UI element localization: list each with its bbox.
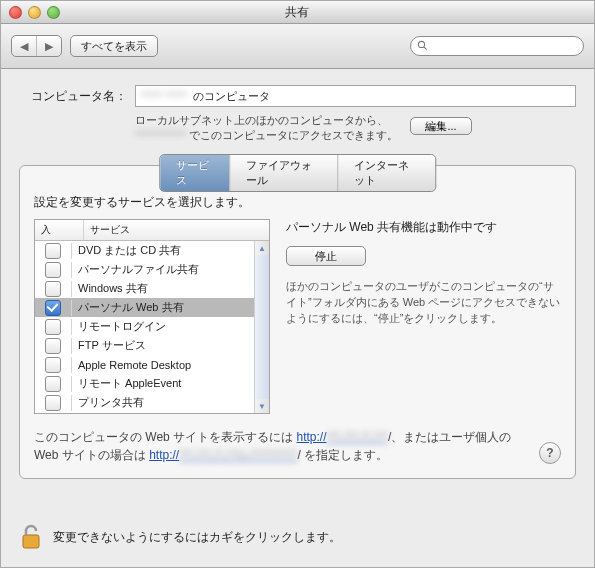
list-item[interactable]: FTP サービス xyxy=(35,336,269,355)
list-header: 入 サービス xyxy=(35,220,269,241)
scroll-up-icon[interactable]: ▲ xyxy=(255,241,269,255)
list-body: DVD または CD 共有パーソナルファイル共有Windows 共有パーソナル … xyxy=(35,241,269,413)
tab-services[interactable]: サービス xyxy=(160,155,230,191)
service-label: FTP サービス xyxy=(72,335,269,356)
list-item[interactable]: DVD または CD 共有 xyxy=(35,241,269,260)
computer-name-obscured: ***** ***** xyxy=(141,90,187,102)
lock-icon[interactable] xyxy=(19,522,43,553)
list-item[interactable]: パーソナル Web 共有 xyxy=(35,298,269,317)
service-status: パーソナル Web 共有機能は動作中です xyxy=(286,219,561,236)
list-item[interactable]: プリンタ共有 xyxy=(35,393,269,412)
service-label: プリンタ共有 xyxy=(72,392,269,413)
search-field[interactable] xyxy=(410,36,584,56)
svg-line-1 xyxy=(424,46,427,49)
search-icon xyxy=(417,40,428,53)
edit-button[interactable]: 編集... xyxy=(410,117,471,135)
computer-name-subrow: ローカルサブネット上のほかのコンピュータから、 ************ でこの… xyxy=(19,113,576,143)
svg-point-0 xyxy=(418,41,424,47)
service-label: Windows 共有 xyxy=(72,278,269,299)
lock-line: 変更できないようにするにはカギをクリックします。 xyxy=(19,522,341,553)
service-label: パーソナルファイル共有 xyxy=(72,259,269,280)
service-checkbox[interactable] xyxy=(45,319,61,335)
services-list: 入 サービス DVD または CD 共有パーソナルファイル共有Windows 共… xyxy=(34,219,270,414)
service-checkbox[interactable] xyxy=(45,357,61,373)
computer-name-label: コンピュータ名： xyxy=(19,88,127,105)
computer-name-field[interactable]: ***** ***** のコンピュータ xyxy=(135,85,576,107)
service-label: リモートログイン xyxy=(72,316,269,337)
list-item[interactable]: リモートログイン xyxy=(35,317,269,336)
scrollbar[interactable]: ▲ ▼ xyxy=(254,241,269,413)
column-on[interactable]: 入 xyxy=(35,220,84,240)
list-item[interactable]: Apple Remote Desktop xyxy=(35,355,269,374)
content: コンピュータ名： ***** ***** のコンピュータ ローカルサブネット上の… xyxy=(1,69,594,491)
tabs: サービス ファイアウォール インターネット xyxy=(159,154,437,192)
computer-name-subtext: ローカルサブネット上のほかのコンピュータから、 ************ でこの… xyxy=(135,113,398,143)
service-label: パーソナル Web 共有 xyxy=(72,297,269,318)
scroll-track[interactable] xyxy=(255,255,269,399)
services-panel: サービス ファイアウォール インターネット 設定を変更するサービスを選択します。… xyxy=(19,165,576,479)
service-checkbox[interactable] xyxy=(45,262,61,278)
lock-text: 変更できないようにするにはカギをクリックします。 xyxy=(53,529,341,546)
service-checkbox[interactable] xyxy=(45,395,61,411)
service-label: リモート AppleEvent xyxy=(72,373,269,394)
window-title: 共有 xyxy=(0,4,594,21)
stop-button[interactable]: 停止 xyxy=(286,246,366,266)
forward-button[interactable]: ▶ xyxy=(36,36,61,56)
service-label: Apple Remote Desktop xyxy=(72,356,269,374)
computer-name-row: コンピュータ名： ***** ***** のコンピュータ xyxy=(19,85,576,107)
panel-heading: 設定を変更するサービスを選択します。 xyxy=(34,194,561,211)
sharing-preference-window: 共有 ◀ ▶ すべてを表示 コンピュータ名： ***** ***** のコンピュ… xyxy=(0,0,595,568)
help-button[interactable]: ? xyxy=(539,442,561,464)
tab-firewall[interactable]: ファイアウォール xyxy=(230,155,338,191)
user-site-url-link[interactable]: http://***.***.**.***/~********** xyxy=(149,448,297,462)
computer-name-suffix: のコンピュータ xyxy=(193,89,270,104)
service-checkbox[interactable] xyxy=(45,300,61,316)
tab-internet[interactable]: インターネット xyxy=(338,155,435,191)
footer-text: このコンピュータの Web サイトを表示するには http://***.***.… xyxy=(34,428,561,464)
nav-group: ◀ ▶ xyxy=(11,35,62,57)
column-service[interactable]: サービス xyxy=(84,220,269,240)
service-checkbox[interactable] xyxy=(45,243,61,259)
service-checkbox[interactable] xyxy=(45,281,61,297)
scroll-down-icon[interactable]: ▼ xyxy=(255,399,269,413)
list-item[interactable]: Windows 共有 xyxy=(35,279,269,298)
service-checkbox[interactable] xyxy=(45,376,61,392)
search-input[interactable] xyxy=(432,39,577,53)
toolbar: ◀ ▶ すべてを表示 xyxy=(1,24,594,69)
service-checkbox[interactable] xyxy=(45,338,61,354)
show-all-button[interactable]: すべてを表示 xyxy=(70,35,158,57)
service-label: DVD または CD 共有 xyxy=(72,241,269,261)
back-button[interactable]: ◀ xyxy=(12,36,36,56)
list-item[interactable]: パーソナルファイル共有 xyxy=(35,260,269,279)
svg-rect-2 xyxy=(23,535,39,548)
list-item[interactable]: リモート AppleEvent xyxy=(35,374,269,393)
service-description: ほかのコンピュータのユーザがこのコンピュータの“サイト”フォルダ内にある Web… xyxy=(286,278,561,326)
titlebar: 共有 xyxy=(1,1,594,24)
site-url-link[interactable]: http://***.***.**.*** xyxy=(296,430,387,444)
service-detail: パーソナル Web 共有機能は動作中です 停止 ほかのコンピュータのユーザがこの… xyxy=(286,219,561,414)
panel-inner: 入 サービス DVD または CD 共有パーソナルファイル共有Windows 共… xyxy=(34,219,561,414)
